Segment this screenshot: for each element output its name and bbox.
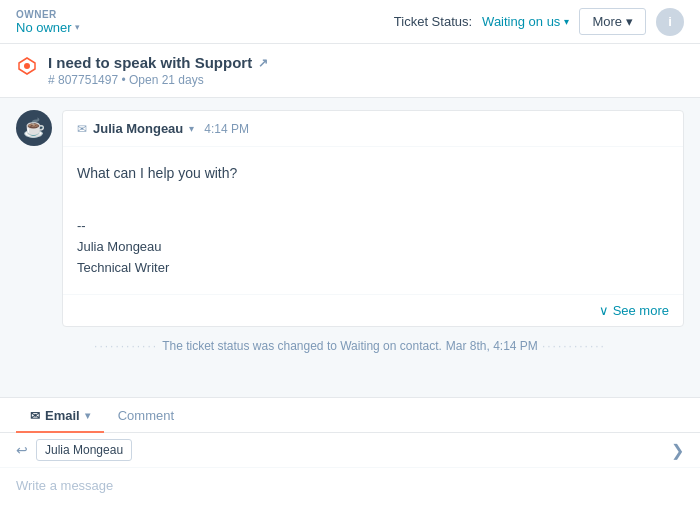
subject-title-text: I need to speak with Support — [48, 54, 252, 71]
email-signature: -- Julia Mongeau Technical Writer — [77, 200, 669, 278]
owner-dropdown[interactable]: No owner ▾ — [16, 20, 80, 35]
open-days: Open 21 days — [129, 73, 204, 87]
ticket-status-value: Waiting on us — [482, 14, 560, 29]
subject-bar: I need to speak with Support ↗ # 8077514… — [0, 44, 700, 98]
dots-left: ············ — [94, 339, 158, 353]
svg-point-1 — [24, 63, 30, 69]
ticket-status-chevron-icon: ▾ — [564, 16, 569, 27]
email-tab-icon: ✉ — [30, 409, 40, 423]
see-more-button[interactable]: ∨ See more — [63, 294, 683, 326]
meta-separator: • — [121, 73, 125, 87]
avatar: ☕ — [16, 110, 52, 146]
email-header: ✉ Julia Mongeau ▾ 4:14 PM — [63, 111, 683, 147]
see-more-label: See more — [613, 303, 669, 318]
recipient-chip[interactable]: Julia Mongeau — [36, 439, 132, 461]
subject-title-row: I need to speak with Support ↗ — [48, 54, 268, 71]
compose-area: ✉ Email ▾ Comment ↩ Julia Mongeau ❯ Writ… — [0, 397, 700, 508]
see-more-chevron: ∨ — [599, 303, 609, 318]
avatar-emoji: ☕ — [23, 117, 45, 139]
status-notice-date: Mar 8th, 4:14 PM — [446, 339, 538, 353]
comment-tab-label: Comment — [118, 408, 174, 423]
top-bar: Owner No owner ▾ Ticket Status: Waiting … — [0, 0, 700, 44]
expand-email-icon[interactable]: ▾ — [189, 123, 194, 134]
info-button[interactable]: i — [656, 8, 684, 36]
signature-name: Julia Mongeau — [77, 237, 669, 258]
owner-chevron-icon: ▾ — [75, 22, 80, 32]
email-icon: ✉ — [77, 122, 87, 136]
ticket-status-dropdown[interactable]: Waiting on us ▾ — [482, 14, 569, 29]
email-thread: ☕ ✉ Julia Mongeau ▾ 4:14 PM What can I h… — [16, 110, 684, 327]
email-body: What can I help you with? -- Julia Monge… — [63, 147, 683, 294]
status-change-notice: ············ The ticket status was chang… — [16, 335, 684, 357]
expand-compose-icon[interactable]: ❯ — [671, 441, 684, 460]
email-tab-label: Email — [45, 408, 80, 423]
email-time: 4:14 PM — [204, 122, 249, 136]
ticket-icon — [16, 55, 38, 77]
sender-name: Julia Mongeau — [93, 121, 183, 136]
tab-comment[interactable]: Comment — [104, 398, 188, 433]
status-notice-text: The ticket status was changed to Waiting… — [162, 339, 442, 353]
main-content: ☕ ✉ Julia Mongeau ▾ 4:14 PM What can I h… — [0, 98, 700, 395]
owner-label: Owner — [16, 9, 80, 20]
more-button[interactable]: More ▾ — [579, 8, 646, 35]
subject-meta: # 807751497 • Open 21 days — [48, 73, 268, 87]
compose-recipients: ↩ Julia Mongeau ❯ — [0, 433, 700, 468]
ticket-status-section: Ticket Status: Waiting on us ▾ More ▾ i — [394, 8, 684, 36]
external-link-icon[interactable]: ↗ — [258, 56, 268, 70]
ticket-status-label: Ticket Status: — [394, 14, 472, 29]
owner-value-text: No owner — [16, 20, 72, 35]
email-body-text: What can I help you with? — [77, 163, 669, 184]
subject-info: I need to speak with Support ↗ # 8077514… — [48, 54, 268, 87]
email-card: ✉ Julia Mongeau ▾ 4:14 PM What can I hel… — [62, 110, 684, 327]
email-tab-chevron: ▾ — [85, 410, 90, 421]
compose-tabs: ✉ Email ▾ Comment — [0, 398, 700, 433]
dots-right: ············ — [542, 339, 606, 353]
owner-section: Owner No owner ▾ — [16, 9, 80, 35]
more-chevron-icon: ▾ — [626, 14, 633, 29]
compose-input-area[interactable]: Write a message — [0, 468, 700, 508]
ticket-number: # 807751497 — [48, 73, 118, 87]
signature-dash: -- — [77, 216, 669, 237]
signature-title: Technical Writer — [77, 258, 669, 279]
reply-icon[interactable]: ↩ — [16, 442, 28, 458]
compose-placeholder: Write a message — [16, 478, 113, 493]
tab-email[interactable]: ✉ Email ▾ — [16, 398, 104, 433]
